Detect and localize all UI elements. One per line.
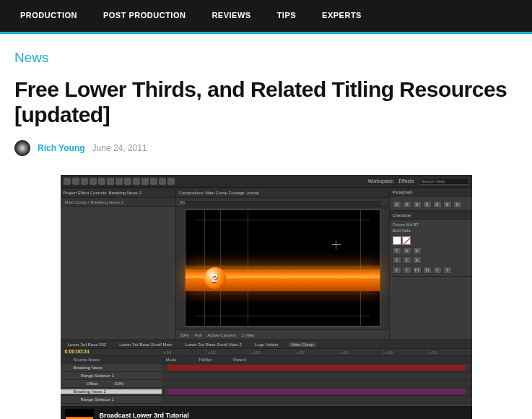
author-link[interactable]: Rich Young xyxy=(38,143,85,153)
nav-tips[interactable]: TIPS xyxy=(277,11,296,20)
left-panel-sub: Main Comp • Breaking News 2 xyxy=(61,198,175,207)
project-panel: Project Effect Controls: Breaking News 2… xyxy=(61,188,176,340)
character-panel: Character Futura Md BT Bold Italic T A xyxy=(390,211,472,277)
font-style: Bold Italic xyxy=(393,228,469,233)
article-title: Free Lower Thirds, and Related Titling R… xyxy=(14,77,518,127)
timeline-panel: Lower 3rd Base 032 Lower 3rd Base Small … xyxy=(61,340,472,406)
align-right-icon: ≡ xyxy=(413,201,422,208)
layer-row: Range Selector 1 xyxy=(61,396,472,404)
time-mark: s:20f xyxy=(250,349,294,355)
tool-type-icon xyxy=(133,178,140,185)
timeline-tab-active: Main Comp xyxy=(289,342,317,347)
tool-eraser-icon xyxy=(159,178,166,185)
size-icon: T xyxy=(393,247,401,254)
resolution-value: Full xyxy=(195,333,202,337)
layer-name: Breaking News xyxy=(61,366,162,370)
video-thumbnail[interactable] xyxy=(65,409,94,419)
after-effects-screenshot: Workspace: Effects Search Help Project E… xyxy=(61,175,472,406)
article-meta: Rich Young June 24, 2011 xyxy=(14,140,518,156)
category-link[interactable]: News xyxy=(14,50,518,66)
timeline-tab: Logo Holder xyxy=(252,342,282,347)
tool-pan-behind-icon xyxy=(107,178,114,185)
search-help-input: Search Help xyxy=(419,178,469,185)
superscript-icon: T xyxy=(433,267,442,274)
layer-name: Offset xyxy=(87,381,98,386)
tool-selection-icon xyxy=(64,178,71,185)
video-embed-bar: Broadcast Lower 3rd Tutorial Aetuts+ xyxy=(61,406,472,419)
timeline-tab: Lower 3rd Base 032 xyxy=(65,342,110,347)
view-value: 1 View xyxy=(242,333,255,337)
layer-name: Range Selector 1 xyxy=(61,397,162,402)
tool-brush-icon xyxy=(141,178,149,185)
align-center-icon: ≡ xyxy=(403,201,411,208)
layer-row: Breaking News xyxy=(61,364,472,372)
zoom-value: 50% xyxy=(180,333,189,337)
tool-clone-icon xyxy=(150,178,157,185)
justify-right-icon: ≡ xyxy=(443,201,452,208)
font-name: Futura Md BT xyxy=(393,222,469,228)
character-header: Character xyxy=(390,211,472,220)
baseline-icon: A xyxy=(413,256,422,264)
workspace-value: Effects xyxy=(398,178,414,183)
anchor-crosshair-icon xyxy=(332,241,341,249)
time-mark: s:10f xyxy=(206,349,250,355)
offset-value: -20% xyxy=(113,381,123,386)
nav-post-production[interactable]: POST PRODUCTION xyxy=(103,11,186,20)
timeline-tab: Lower 3rd Base Small Main xyxy=(116,342,175,347)
current-timecode: 0:00:00:24 xyxy=(65,349,90,354)
layer-name-selected: Breaking News 2 xyxy=(61,389,162,394)
tool-rotate-icon xyxy=(90,178,97,185)
composition-panel: Composition: Main Comp Footage: (none) M… xyxy=(176,188,389,340)
top-nav: PRODUCTION POST PRODUCTION REVIEWS TIPS … xyxy=(0,0,532,30)
time-mark: s:20f xyxy=(383,349,427,355)
timeline-header-row: Source Name Mode TrkMat Parent xyxy=(61,356,472,364)
time-mark: s:00f xyxy=(295,349,339,355)
tool-camera-icon xyxy=(98,178,105,185)
bold-icon: T xyxy=(393,267,401,274)
layer-row: Offset -20% xyxy=(61,380,472,388)
nav-reviews[interactable]: REVIEWS xyxy=(212,11,250,20)
paragraph-header: Paragraph xyxy=(390,188,472,196)
tool-zoom-icon xyxy=(81,178,88,185)
stroke-swatch xyxy=(402,236,411,245)
article-main: News Free Lower Thirds, and Related Titl… xyxy=(0,32,532,419)
nav-experts[interactable]: EXPERTS xyxy=(322,11,362,20)
caps-icon: TT xyxy=(413,267,422,274)
italic-icon: T xyxy=(403,267,411,274)
layer-name: Range Selector 1 xyxy=(61,373,162,378)
right-panels: Paragraph ≡ ≡ ≡ ≡ ≡ ≡ ≡ xyxy=(389,188,472,340)
tool-hand-icon xyxy=(72,178,79,185)
viewer-controls: 50% Full Active Camera 1 View xyxy=(176,329,389,340)
time-mark: s:00f xyxy=(427,349,471,355)
layer-row: Breaking News 2 xyxy=(61,388,472,396)
col-trkmat: TrkMat xyxy=(199,358,212,362)
justify-left-icon: ≡ xyxy=(423,201,432,208)
composition-viewer: 2 xyxy=(185,209,380,327)
justify-center-icon: ≡ xyxy=(433,201,442,208)
publish-date: June 24, 2011 xyxy=(92,143,147,153)
justify-all-icon: ≡ xyxy=(453,201,462,208)
lower-third-graphic: 2 xyxy=(186,265,380,291)
video-title[interactable]: Broadcast Lower 3rd Tutorial xyxy=(100,412,189,419)
time-mark: s:00f xyxy=(162,349,206,355)
subscript-icon: T xyxy=(443,267,452,274)
tool-mask-icon xyxy=(115,178,123,185)
paragraph-panel: Paragraph ≡ ≡ ≡ ≡ ≡ ≡ ≡ xyxy=(390,188,472,211)
timeline-tabs: Lower 3rd Base 032 Lower 3rd Base Small … xyxy=(61,340,472,349)
tool-puppet-icon xyxy=(167,178,175,185)
tool-pen-icon xyxy=(124,178,131,185)
article-figure: Workspace: Effects Search Help Project E… xyxy=(61,175,472,419)
hscale-icon: T xyxy=(403,256,411,264)
col-parent: Parent xyxy=(233,358,246,362)
smallcaps-icon: Tt xyxy=(423,267,432,274)
vscale-icon: T xyxy=(393,256,401,264)
layer-row: Range Selector 1 xyxy=(61,372,472,380)
timeline-tab: Lower 3rd Base Small Main 2 xyxy=(183,342,245,347)
align-left-icon: ≡ xyxy=(393,201,401,208)
col-mode: Mode xyxy=(166,358,177,362)
workspace-label: Workspace: xyxy=(367,178,394,183)
nav-production[interactable]: PRODUCTION xyxy=(20,11,77,20)
ae-toolbar: Workspace: Effects Search Help xyxy=(61,175,472,188)
author-avatar[interactable] xyxy=(14,140,30,156)
leading-icon: A xyxy=(403,247,411,254)
